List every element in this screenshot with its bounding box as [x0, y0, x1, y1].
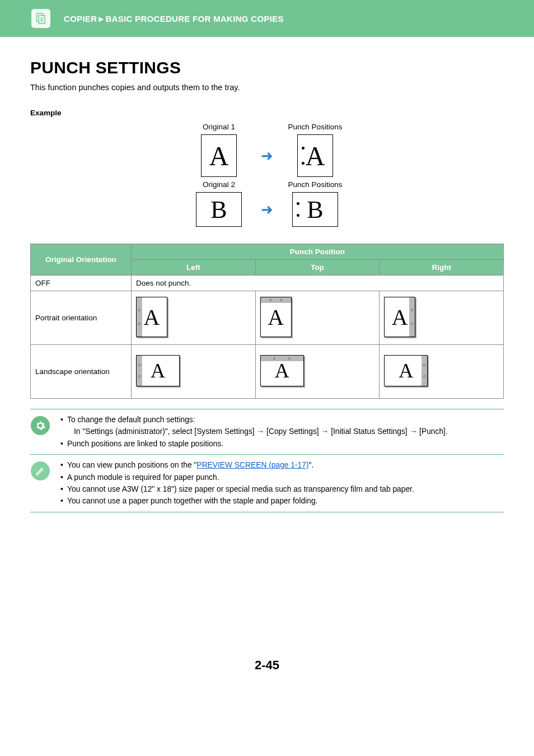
pen-icon [31, 461, 50, 480]
col-left: Left [132, 260, 256, 276]
page-number: 2-45 [30, 658, 504, 695]
table-header-row: Original Orientation Punch Position [31, 244, 504, 260]
copier-mode-icon [30, 8, 51, 29]
note-subtext: In "Settings (administrator)", select [S… [67, 426, 448, 437]
cell-portrait-top: A [255, 291, 380, 345]
breadcrumb-section: COPIER [64, 14, 97, 24]
example-result2-page: B [292, 192, 338, 227]
row-off-text: Does not punch. [132, 276, 504, 291]
cell-portrait-left: A [132, 291, 256, 345]
table-row: Portrait orientation A A A [31, 291, 504, 345]
notes-section: To change the default punch settings: In… [30, 409, 504, 512]
example-result2-label: Punch Positions [288, 180, 343, 189]
header-band: COPIER►BASIC PROCEDURE FOR MAKING COPIES [0, 0, 534, 37]
note-bullet: You cannot use a paper punch together wi… [60, 495, 414, 507]
example-result1-page: A [297, 134, 333, 177]
col-right: Right [380, 260, 504, 276]
punch-position-table: Original Orientation Punch Position Left… [30, 244, 504, 399]
gear-note-icon [30, 414, 50, 450]
example-orig2-page: B [196, 192, 242, 227]
row-portrait-label: Portrait orientation [31, 291, 132, 345]
row-off-label: OFF [31, 276, 132, 291]
page-content: PUNCH SETTINGS This function punches cop… [0, 37, 534, 695]
example-orig1-label: Original 1 [203, 123, 235, 131]
example-orig1-page: A [201, 134, 237, 177]
row-landscape-label: Landscape orientation [31, 345, 132, 399]
note-bullet: You cannot use A3W (12" x 18") size pape… [60, 483, 414, 495]
intro-text: This function punches copies and outputs… [30, 83, 504, 92]
note-bullet: A punch module is required for paper pun… [60, 472, 414, 483]
pen-note-icon [30, 459, 50, 507]
col-position: Punch Position [132, 244, 504, 260]
cell-landscape-top: A [255, 345, 380, 399]
arrow-icon: ➜ [261, 202, 273, 217]
example-diagram: Original 1 Punch Positions A ➜ A Origina… [30, 123, 504, 227]
example-orig2-label: Original 2 [203, 180, 235, 189]
col-top: Top [255, 260, 380, 276]
gear-icon [31, 416, 50, 435]
note-body: To change the default punch settings: In… [58, 414, 448, 450]
note-bullet: Punch positions are linked to staple pos… [60, 438, 448, 450]
example-result1-label: Punch Positions [288, 123, 343, 131]
breadcrumb-title: BASIC PROCEDURE FOR MAKING COPIES [105, 14, 283, 24]
col-orientation: Original Orientation [31, 244, 132, 276]
note-body: You can view punch positions on the "PRE… [58, 459, 414, 507]
breadcrumb-sep: ► [97, 14, 105, 24]
cell-landscape-left: A [132, 345, 256, 399]
example-heading: Example [30, 109, 504, 117]
page-title: PUNCH SETTINGS [30, 58, 504, 77]
note-bullet: To change the default punch settings: In… [60, 414, 448, 438]
settings-note: To change the default punch settings: In… [30, 409, 504, 455]
preview-screen-link[interactable]: PREVIEW SCREEN (page 1-17) [196, 461, 308, 469]
table-row: Landscape orientation A A A [31, 345, 504, 399]
table-row: OFF Does not punch. [31, 276, 504, 291]
cell-portrait-right: A [380, 291, 504, 345]
document-copy-icon [35, 12, 47, 25]
breadcrumb[interactable]: COPIER►BASIC PROCEDURE FOR MAKING COPIES [64, 14, 284, 24]
info-note: You can view punch positions on the "PRE… [30, 455, 504, 512]
note-bullet: You can view punch positions on the "PRE… [60, 459, 414, 471]
cell-landscape-right: A [380, 345, 504, 399]
arrow-icon: ➜ [261, 148, 273, 163]
